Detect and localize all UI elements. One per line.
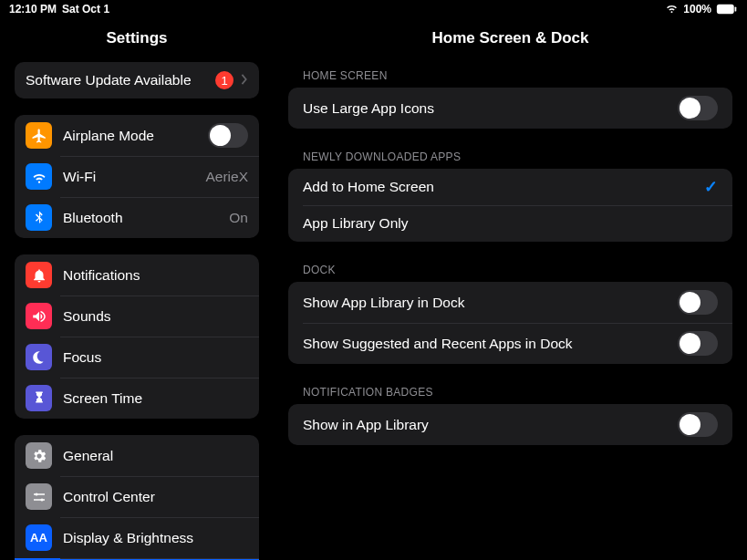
app-library-only-label: App Library Only	[303, 215, 718, 232]
svg-point-3	[40, 498, 43, 501]
homescreen-section: Use Large App Icons	[288, 88, 732, 129]
section-newly-header: NEWLY DOWNLOADED APPS	[274, 150, 747, 169]
battery-icon	[716, 4, 738, 15]
update-badge: 1	[215, 71, 233, 89]
svg-point-2	[35, 493, 37, 495]
add-to-home-row[interactable]: Add to Home Screen ✓	[288, 169, 732, 205]
notifications-row[interactable]: Notifications	[15, 254, 259, 296]
focus-row[interactable]: Focus	[15, 337, 259, 378]
sidebar-title: Settings	[0, 20, 274, 62]
hourglass-icon	[26, 385, 52, 411]
airplane-mode-row[interactable]: Airplane Mode	[15, 115, 259, 156]
moon-icon	[26, 344, 52, 370]
large-app-icons-label: Use Large App Icons	[303, 100, 678, 117]
app-library-only-row[interactable]: App Library Only	[288, 205, 732, 242]
svg-rect-1	[735, 6, 737, 11]
section-dock-header: DOCK	[274, 264, 747, 282]
show-app-library-toggle[interactable]	[678, 290, 718, 315]
show-app-library-row[interactable]: Show App Library in Dock	[288, 282, 732, 323]
bell-icon	[26, 262, 52, 288]
battery-percent: 100%	[683, 3, 711, 16]
show-recent-toggle[interactable]	[678, 331, 718, 356]
focus-label: Focus	[63, 349, 248, 366]
wifi-settings-icon	[26, 163, 52, 190]
large-app-icons-toggle[interactable]	[678, 96, 718, 120]
speaker-icon	[26, 303, 52, 329]
status-time: 12:10 PM	[9, 3, 57, 16]
bluetooth-label: Bluetooth	[63, 210, 229, 226]
sounds-row[interactable]: Sounds	[15, 296, 259, 337]
connectivity-group: Airplane Mode Wi-Fi AerieX Bluetooth On	[15, 115, 259, 238]
wifi-label: Wi-Fi	[63, 169, 205, 185]
detail-title: Home Screen & Dock	[274, 20, 747, 69]
gear-icon	[26, 442, 52, 469]
sounds-label: Sounds	[63, 308, 248, 325]
bluetooth-row[interactable]: Bluetooth On	[15, 197, 259, 238]
controlcenter-label: Control Center	[63, 489, 248, 505]
controlcenter-row[interactable]: Control Center	[15, 476, 259, 517]
alerts-group: Notifications Sounds Focus Screen Time	[15, 254, 259, 419]
chevron-right-icon	[241, 72, 248, 88]
software-update-label: Software Update Available	[26, 72, 215, 88]
airplane-label: Airplane Mode	[63, 128, 208, 144]
show-recent-label: Show Suggested and Recent Apps in Dock	[303, 336, 678, 352]
svg-rect-0	[717, 5, 734, 14]
airplane-icon	[26, 122, 52, 149]
badges-section: Show in App Library	[288, 404, 732, 445]
sliders-icon	[26, 483, 52, 510]
show-in-library-label: Show in App Library	[303, 417, 678, 433]
detail-pane: Home Screen & Dock HOME SCREEN Use Large…	[274, 0, 747, 560]
newly-downloaded-section: Add to Home Screen ✓ App Library Only	[288, 169, 732, 242]
show-in-library-row[interactable]: Show in App Library	[288, 404, 732, 445]
show-recent-row[interactable]: Show Suggested and Recent Apps in Dock	[288, 323, 732, 364]
add-to-home-label: Add to Home Screen	[303, 179, 704, 195]
general-row[interactable]: General	[15, 435, 259, 476]
dock-section: Show App Library in Dock Show Suggested …	[288, 282, 732, 364]
display-row[interactable]: AA Display & Brightness	[15, 517, 259, 558]
airplane-toggle[interactable]	[208, 123, 248, 148]
bluetooth-icon	[26, 204, 52, 231]
checkmark-icon: ✓	[704, 177, 718, 197]
bluetooth-value: On	[229, 210, 248, 226]
display-label: Display & Brightness	[63, 530, 248, 546]
software-update-group: Software Update Available 1	[15, 62, 259, 99]
show-app-library-label: Show App Library in Dock	[303, 295, 678, 311]
software-update-row[interactable]: Software Update Available 1	[15, 62, 259, 99]
general-group: General Control Center AA Display & Brig…	[15, 435, 259, 560]
section-homescreen-header: HOME SCREEN	[274, 69, 747, 88]
settings-sidebar: Settings Software Update Available 1 Air…	[0, 0, 274, 560]
general-label: General	[63, 448, 248, 464]
status-bar: 12:10 PM Sat Oct 1 100%	[0, 0, 747, 18]
screentime-label: Screen Time	[63, 390, 248, 407]
wifi-row[interactable]: Wi-Fi AerieX	[15, 156, 259, 197]
aa-icon: AA	[26, 524, 52, 551]
notifications-label: Notifications	[63, 267, 248, 284]
wifi-icon	[665, 1, 679, 17]
status-date: Sat Oct 1	[62, 3, 109, 16]
screentime-row[interactable]: Screen Time	[15, 378, 259, 419]
section-badges-header: NOTIFICATION BADGES	[274, 386, 747, 404]
wifi-value: AerieX	[205, 169, 248, 185]
show-in-library-toggle[interactable]	[678, 412, 718, 437]
large-app-icons-row[interactable]: Use Large App Icons	[288, 88, 732, 129]
